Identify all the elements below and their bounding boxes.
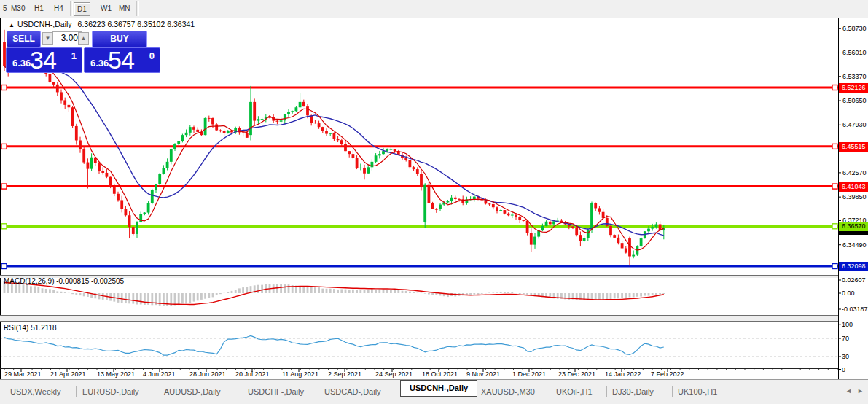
tab-separator (76, 386, 77, 397)
price-axis-label: 6.53370 (842, 72, 868, 81)
chart-symbol-period: USDCNH-,Daily (17, 20, 72, 28)
chart-title: ▲USDCNH-,Daily6.36223 6.36757 6.35102 6.… (9, 20, 195, 28)
chart-tab-usdx-weekly[interactable]: USDX,Weekly (10, 386, 60, 397)
price-axis-label: 6.34490 (842, 241, 868, 249)
resistance-badge-1: 6.52126 (839, 83, 868, 93)
one-click-trading-panel: SELL ▼ 3.00 ▲ BUY 6.36 34 1 6.36 54 0 (6, 30, 162, 74)
date-label: 7 Feb 2022 (651, 370, 684, 378)
chart-left-border (0, 18, 1, 380)
splitter-band-2[interactable] (0, 316, 838, 321)
tab-separator (606, 386, 607, 397)
resistance-badge-2: 6.45515 (839, 142, 868, 152)
toolbar-separator (70, 1, 73, 16)
ask-price-base: 6.36 (90, 58, 109, 69)
chart-tab-ukoil-h1[interactable]: UKOil-,H1 (556, 386, 593, 397)
tab-separator (318, 386, 318, 397)
chart-tab-xauusd-m30[interactable]: XAUUSD-,M30 (481, 386, 535, 397)
volume-decrement-button[interactable]: ▼ (42, 32, 53, 45)
macd-indicator-label: MACD(12,26,9) -0.000815 -0.002505 (4, 277, 124, 285)
timeframe-button-mn[interactable]: MN (116, 2, 133, 15)
date-label: 13 May 2021 (97, 370, 135, 378)
sell-button[interactable]: SELL (7, 31, 41, 47)
bid-price-base: 6.36 (12, 58, 31, 69)
tab-separator (547, 386, 547, 397)
macd-axis-label: -0.031872 (842, 305, 868, 314)
date-label: 29 Mar 2021 (4, 370, 42, 378)
chart-tab-uk100-h1[interactable]: UK100-,H1 (678, 386, 717, 397)
splitter-band-1[interactable] (0, 276, 838, 278)
support-badge-blue: 6.32098 (839, 262, 868, 271)
chart-tab-usdchf-daily[interactable]: USDCHF-,Daily (248, 386, 304, 397)
price-axis-border (838, 18, 839, 380)
tab-separator (241, 386, 241, 397)
timeframe-button-h1[interactable]: H1 (31, 2, 47, 15)
toolbar-separator (136, 1, 139, 16)
date-label: 23 Dec 2021 (558, 370, 595, 378)
volume-input[interactable]: 3.00 (52, 31, 82, 44)
rsi-top-border (0, 321, 838, 322)
date-label: 20 Jul 2021 (235, 370, 270, 378)
chart-tab-eurusd-daily[interactable]: EURUSD-,Daily (82, 386, 139, 397)
timeframe-button-m30[interactable]: M30 (8, 2, 28, 15)
ask-price-box[interactable]: 6.36 54 0 (84, 47, 160, 73)
tab-separator (732, 386, 732, 397)
chart-tab-usdcad-daily[interactable]: USDCAD-,Daily (324, 386, 381, 397)
timeframe-button-w1[interactable]: W1 (98, 2, 114, 15)
chart-tab-bar: USDX,WeeklyEURUSD-,DailyAUDUSD-,DailyUSD… (0, 380, 868, 404)
price-axis-label: 6.58730 (842, 24, 868, 33)
timeframe-toolbar: 5M30H1H4D1W1MN (0, 0, 868, 18)
ma-fast-line[interactable] (4, 63, 664, 250)
date-label: 18 Oct 2021 (422, 370, 458, 378)
date-label: 28 Jun 2021 (189, 370, 226, 378)
chart-tab-audusd-daily[interactable]: AUDUSD-,Daily (164, 386, 221, 397)
rsi-axis-label: 70 (842, 334, 868, 343)
date-label: 14 Jan 2022 (605, 370, 641, 378)
date-label: 21 Apr 2021 (50, 370, 86, 378)
ohlc-values: 6.36223 6.36757 6.35102 6.36341 (78, 20, 195, 28)
horizontal-line-objects[interactable] (0, 85, 838, 269)
price-axis-label: 6.42570 (842, 168, 868, 177)
tab-scroll-left-icon[interactable]: ◄ (845, 387, 852, 395)
support-badge-green: 6.36570 (839, 222, 868, 231)
macd-axis-label: 0.00 (842, 289, 868, 298)
price-axis-label: 6.47930 (842, 120, 868, 129)
bid-price-big: 34 (30, 46, 56, 74)
rsi-indicator-label: RSI(14) 51.2118 (4, 324, 57, 332)
date-label: 11 Aug 2021 (282, 370, 318, 378)
date-label: 24 Sep 2021 (375, 370, 413, 378)
ma-slow-line[interactable] (4, 65, 664, 236)
ask-price-pip: 0 (149, 50, 155, 61)
date-label: 2 Sep 2021 (328, 370, 361, 378)
bid-price-pip: 1 (71, 50, 77, 61)
price-axis-label: 6.39850 (842, 193, 868, 201)
rsi-axis-label: 100 (842, 320, 868, 329)
bid-price-box[interactable]: 6.36 34 1 (6, 47, 82, 73)
tab-scroll-right-icon[interactable]: ► (857, 387, 864, 395)
price-axis-label: 6.56010 (842, 48, 868, 57)
date-label: 4 Jun 2021 (143, 370, 176, 378)
mt4-terminal: 5M30H1H4D1W1MN ▲USDCNH-,Daily6.36223 6.3… (0, 0, 868, 404)
buy-button[interactable]: BUY (92, 31, 147, 47)
resistance-badge-3: 6.41043 (839, 182, 868, 192)
date-label: 9 Nov 2021 (466, 370, 500, 378)
rsi-axis-label: 0 (842, 365, 868, 374)
macd-axis-label: 0.02607 (842, 276, 868, 284)
price-axis-label: 6.50650 (842, 96, 868, 105)
ask-price-big: 54 (108, 46, 134, 74)
timeframe-button-h4[interactable]: H4 (51, 2, 66, 15)
volume-increment-button[interactable]: ▲ (78, 32, 89, 45)
chart-tab-dj30-daily[interactable]: DJ30-,Daily (612, 386, 654, 397)
date-label: 1 Dec 2021 (512, 370, 546, 378)
symbol-arrow-icon: ▲ (9, 22, 15, 28)
rsi-bottom-border (0, 368, 838, 369)
tab-separator (672, 386, 673, 397)
chart-tab-usdcnh-daily[interactable]: USDCNH-,Daily (410, 383, 468, 393)
tab-separator (157, 386, 157, 397)
timeframe-button-d1[interactable]: D1 (74, 2, 90, 16)
rsi-axis-label: 30 (842, 352, 868, 361)
